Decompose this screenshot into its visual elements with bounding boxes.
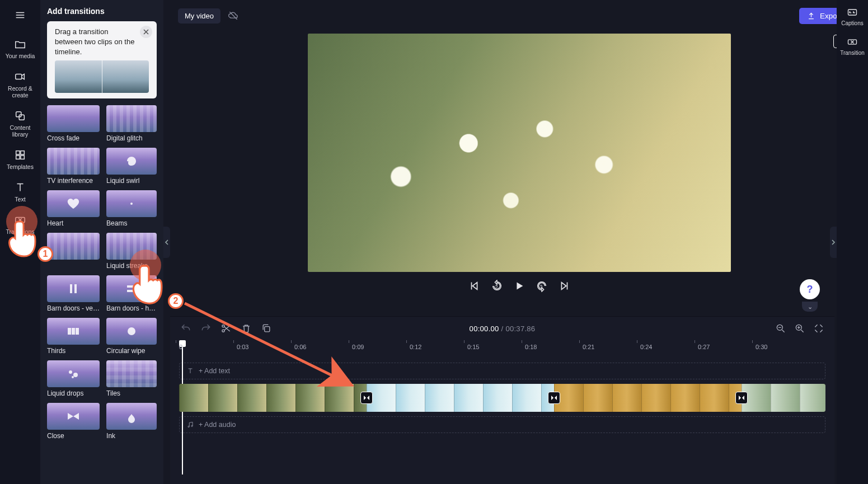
nav-transitions-label: Transitions xyxy=(6,228,35,235)
hamburger-menu[interactable] xyxy=(2,4,38,26)
transition-thumb[interactable] xyxy=(47,233,100,260)
current-time: 00:00.00 xyxy=(470,325,499,333)
audio-track[interactable]: + Add audio xyxy=(179,416,825,433)
svg-rect-2 xyxy=(19,115,24,120)
playback-controls: 5 5 xyxy=(170,280,868,292)
transition-item[interactable]: Barn doors - ve… xyxy=(47,275,100,312)
transition-label: Close xyxy=(47,432,100,440)
transition-label: Barn doors - ve… xyxy=(47,304,100,312)
transition-slot-3[interactable] xyxy=(735,392,748,404)
transition-item[interactable] xyxy=(47,233,100,270)
zoom-in-button[interactable] xyxy=(794,323,805,334)
transition-item[interactable]: Beams xyxy=(106,190,157,227)
transition-item[interactable]: Heart xyxy=(47,190,100,227)
help-button[interactable]: ? xyxy=(800,279,820,299)
timeline-timecode: 00:00.00 / 00:37.86 xyxy=(470,325,536,333)
rnav-captions[interactable]: Captions xyxy=(841,7,863,26)
svg-text:5: 5 xyxy=(540,284,542,289)
svg-point-16 xyxy=(128,327,135,335)
ruler-tick: 0:27 xyxy=(698,344,710,350)
transition-thumb[interactable] xyxy=(106,318,157,345)
clip-4[interactable] xyxy=(742,384,825,412)
transition-item[interactable]: TV interference xyxy=(47,148,100,185)
svg-rect-9 xyxy=(70,284,72,293)
preview-area: 5 5 xyxy=(170,31,868,316)
ruler-tick: 0:30 xyxy=(756,344,767,350)
nav-your-media-label: Your media xyxy=(6,53,35,59)
panel-tip-text: Drag a transition between two clips on t… xyxy=(55,27,135,57)
transition-thumb[interactable] xyxy=(106,403,157,430)
prev-clip-button[interactable] xyxy=(468,280,481,292)
transition-thumb[interactable] xyxy=(47,318,100,345)
transition-label: Cross fade xyxy=(47,134,100,142)
stage: My video Export 16:9 5 5 xyxy=(170,0,868,484)
nav-templates[interactable]: Templates xyxy=(2,144,38,175)
transition-thumb[interactable] xyxy=(47,403,100,430)
preview-video[interactable] xyxy=(308,34,731,272)
nav-record-create[interactable]: Record & create xyxy=(2,66,38,103)
svg-rect-14 xyxy=(72,328,75,335)
transition-label: Barn doors - h… xyxy=(106,304,157,312)
rnav-transition[interactable]: Transition xyxy=(840,36,865,56)
panel-tip: Drag a transition between two clips on t… xyxy=(47,21,157,98)
play-button[interactable] xyxy=(513,280,526,292)
transition-slot-2[interactable] xyxy=(548,392,560,404)
transition-label: Beams xyxy=(106,219,157,227)
transition-thumb[interactable] xyxy=(106,148,157,175)
svg-rect-4 xyxy=(21,151,24,154)
clip-2[interactable] xyxy=(367,384,554,412)
transition-thumb[interactable] xyxy=(106,360,157,387)
transition-thumb[interactable] xyxy=(106,233,157,260)
nav-text-label: Text xyxy=(15,196,25,203)
rewind-5-button[interactable]: 5 xyxy=(491,280,503,292)
svg-point-28 xyxy=(191,425,193,426)
transition-thumb[interactable] xyxy=(106,275,157,302)
clip-3[interactable] xyxy=(554,384,742,412)
transition-item[interactable]: Digital glitch xyxy=(106,105,157,142)
project-title[interactable]: My video xyxy=(178,8,220,24)
transition-item[interactable]: Thirds xyxy=(47,318,100,355)
transition-thumb[interactable] xyxy=(106,190,157,217)
transition-item[interactable]: Circular wipe xyxy=(106,318,157,355)
transition-thumb[interactable] xyxy=(47,190,100,217)
transition-thumb[interactable] xyxy=(47,360,100,387)
svg-point-27 xyxy=(188,426,189,427)
svg-rect-6 xyxy=(21,156,24,159)
transition-item[interactable]: Ink xyxy=(106,403,157,440)
tip-demo-thumb xyxy=(55,60,149,93)
zoom-fit-button[interactable] xyxy=(813,323,824,334)
audio-track-label: + Add audio xyxy=(199,421,236,429)
transition-thumb[interactable] xyxy=(106,105,157,132)
zoom-out-button[interactable] xyxy=(775,323,786,334)
panel-collapse-button[interactable] xyxy=(163,227,170,258)
cloud-off-icon xyxy=(226,8,241,23)
nav-transitions[interactable]: Transitions xyxy=(2,209,38,239)
tip-close-button[interactable] xyxy=(140,26,152,38)
svg-point-8 xyxy=(130,203,133,205)
ruler-tick: 0:12 xyxy=(410,344,421,350)
transition-thumb[interactable] xyxy=(47,148,100,175)
transition-thumb[interactable] xyxy=(47,105,100,132)
nav-your-media[interactable]: Your media xyxy=(2,34,38,64)
transition-label: Liquid swirl xyxy=(106,177,157,185)
next-clip-button[interactable] xyxy=(558,280,570,292)
nav-content-library[interactable]: Content library xyxy=(2,105,38,142)
total-time: 00:37.86 xyxy=(505,325,535,333)
transition-thumb[interactable] xyxy=(47,275,100,302)
forward-5-button[interactable]: 5 xyxy=(536,280,548,292)
ruler-tick: 0:15 xyxy=(467,344,479,350)
transition-item[interactable]: Liquid drops xyxy=(47,360,100,397)
nav-text[interactable]: Text xyxy=(2,177,38,207)
transition-label: Liquid streaks xyxy=(106,262,157,270)
right-panel-collapse-button[interactable] xyxy=(830,227,837,258)
transition-item[interactable]: Cross fade xyxy=(47,105,100,142)
help-expand-icon[interactable]: ⌄ xyxy=(802,302,818,312)
transition-item[interactable]: Close xyxy=(47,403,100,440)
transitions-panel: Add transitions Drag a transition betwee… xyxy=(40,0,163,484)
transition-item[interactable]: Barn doors - h… xyxy=(106,275,157,312)
transition-label: Digital glitch xyxy=(106,134,157,142)
transition-item[interactable]: Liquid swirl xyxy=(106,148,157,185)
transition-slot-1[interactable] xyxy=(360,392,373,404)
transition-item[interactable]: Tiles xyxy=(106,360,157,397)
transition-item[interactable]: Liquid streaks xyxy=(106,233,157,270)
